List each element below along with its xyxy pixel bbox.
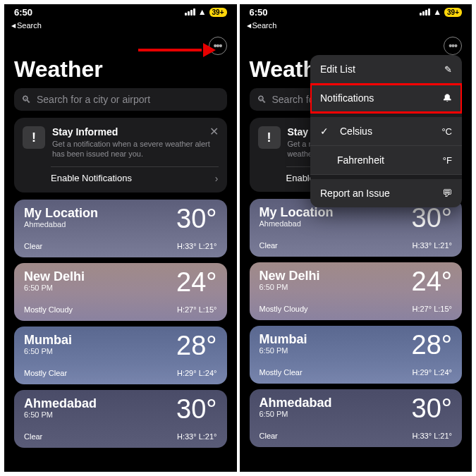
city-name: Mumbai <box>24 334 72 346</box>
city-condition: Mostly Clear <box>260 368 303 377</box>
city-card[interactable]: Ahmedabad6:50 PM30°ClearH:33° L:21° <box>14 390 227 448</box>
search-icon: 🔍︎ <box>21 94 31 105</box>
city-temp: 24° <box>412 269 452 293</box>
page-title: Weather <box>4 56 237 88</box>
close-icon[interactable]: ✕ <box>209 125 219 138</box>
status-time: 6:50 <box>250 7 268 18</box>
city-sub: 6:50 PM <box>24 410 97 419</box>
city-sub: 6:50 PM <box>24 347 72 355</box>
city-sub: Ahmedabad <box>24 220 98 228</box>
city-card[interactable]: My LocationAhmedabad30°ClearH:33° L:21° <box>14 200 227 257</box>
chat-icon: 💬︎ <box>442 188 452 199</box>
city-hilo: H:27° L:15° <box>413 305 453 313</box>
back-button[interactable]: Search <box>4 20 237 34</box>
alert-banner: ! Stay Informed Get a notification when … <box>14 118 227 193</box>
status-bar: 6:50 ▲ 39+ <box>240 4 472 20</box>
city-condition: Mostly Cloudy <box>260 305 308 313</box>
city-hilo: H:33° L:21° <box>413 241 453 250</box>
city-hilo: H:29° L:24° <box>413 368 453 377</box>
city-temp: 30° <box>412 396 452 420</box>
status-icons: ▲ 39+ <box>420 7 462 17</box>
city-sub: 6:50 PM <box>260 346 307 355</box>
city-card[interactable]: New Delhi6:50 PM24°Mostly CloudyH:27° L:… <box>250 262 463 320</box>
back-button[interactable]: Search <box>240 20 472 34</box>
search-icon: 🔍︎ <box>257 94 267 105</box>
options-menu: Edit List ✎ Notifications 🔔︎ ✓Celsius °C… <box>310 55 462 207</box>
banner-subtitle: Get a notification when a severe weather… <box>52 139 219 159</box>
city-hilo: H:27° L:15° <box>177 305 217 314</box>
menu-fahrenheit[interactable]: Fahrenheit °F <box>310 146 462 175</box>
city-temp: 30° <box>176 207 216 231</box>
city-sub: 6:50 PM <box>24 283 85 292</box>
city-temp: 28° <box>412 333 452 357</box>
city-card[interactable]: New Delhi6:50 PM24°Mostly CloudyH:27° L:… <box>14 263 227 321</box>
city-sub: 6:50 PM <box>260 410 332 418</box>
city-temp: 30° <box>412 206 452 230</box>
city-condition: Mostly Clear <box>24 369 67 377</box>
city-temp: 24° <box>176 270 216 294</box>
city-name: New Delhi <box>260 269 320 282</box>
battery-icon: 39+ <box>209 8 227 17</box>
menu-notifications[interactable]: Notifications 🔔︎ <box>310 84 462 113</box>
phone-left: 6:50 ▲ 39+ Search ••• Weather 🔍︎ Search … <box>4 4 237 472</box>
city-sub: 6:50 PM <box>260 283 320 291</box>
city-temp: 28° <box>176 334 216 358</box>
search-placeholder: Search fo <box>272 94 315 105</box>
city-condition: Clear <box>260 241 278 250</box>
city-list-right: My LocationAhmedabad30°ClearH:33° L:21°N… <box>240 199 472 447</box>
check-icon: ✓ <box>320 126 329 137</box>
search-placeholder: Search for a city or airport <box>37 94 150 105</box>
city-name: New Delhi <box>24 270 85 283</box>
wifi-icon: ▲ <box>198 7 207 17</box>
city-condition: Mostly Cloudy <box>24 305 73 314</box>
chevron-right-icon: › <box>215 173 219 184</box>
city-hilo: H:33° L:21° <box>413 432 453 440</box>
search-input[interactable]: 🔍︎ Search for a city or airport <box>14 88 227 111</box>
alert-icon: ! <box>258 126 281 149</box>
annotation-arrow <box>138 43 216 57</box>
city-card[interactable]: Ahmedabad6:50 PM30°ClearH:33° L:21° <box>250 389 463 447</box>
status-icons: ▲ 39+ <box>185 7 227 17</box>
status-bar: 6:50 ▲ 39+ <box>4 4 237 20</box>
pencil-icon: ✎ <box>444 64 452 75</box>
city-name: Ahmedabad <box>24 397 97 410</box>
wifi-icon: ▲ <box>433 7 441 17</box>
menu-edit-list[interactable]: Edit List ✎ <box>310 55 462 84</box>
city-hilo: H:29° L:24° <box>177 369 217 377</box>
cellular-icon <box>185 8 195 16</box>
city-name: Mumbai <box>260 333 307 346</box>
city-hilo: H:33° L:21° <box>177 242 217 250</box>
banner-title: Stay Informed <box>52 126 219 138</box>
cellular-icon <box>420 8 430 16</box>
city-sub: Ahmedabad <box>260 219 334 228</box>
city-hilo: H:33° L:21° <box>177 432 217 441</box>
city-card[interactable]: Mumbai6:50 PM28°Mostly ClearH:29° L:24° <box>14 327 227 384</box>
status-time: 6:50 <box>14 7 32 18</box>
city-condition: Clear <box>24 432 42 441</box>
city-name: Ahmedabad <box>260 396 332 409</box>
city-temp: 30° <box>176 397 216 421</box>
enable-notifications-button[interactable]: Enable Notifications › <box>23 173 219 184</box>
city-condition: Clear <box>260 432 278 440</box>
city-name: My Location <box>24 207 98 219</box>
menu-report-issue[interactable]: Report an Issue 💬︎ <box>310 179 462 207</box>
city-condition: Clear <box>24 242 42 250</box>
more-button[interactable]: ••• <box>444 37 462 55</box>
city-name: My Location <box>260 206 334 219</box>
bell-icon: 🔔︎ <box>442 92 452 104</box>
battery-icon: 39+ <box>444 8 462 17</box>
alert-icon: ! <box>23 126 45 149</box>
header-row: ••• <box>240 34 472 56</box>
city-card[interactable]: Mumbai6:50 PM28°Mostly ClearH:29° L:24° <box>250 326 463 384</box>
city-list-left: My LocationAhmedabad30°ClearH:33° L:21°N… <box>4 200 237 448</box>
menu-celsius[interactable]: ✓Celsius °C <box>310 117 462 146</box>
phone-right: 6:50 ▲ 39+ Search ••• Weathe 🔍︎ Search f… <box>240 4 472 472</box>
